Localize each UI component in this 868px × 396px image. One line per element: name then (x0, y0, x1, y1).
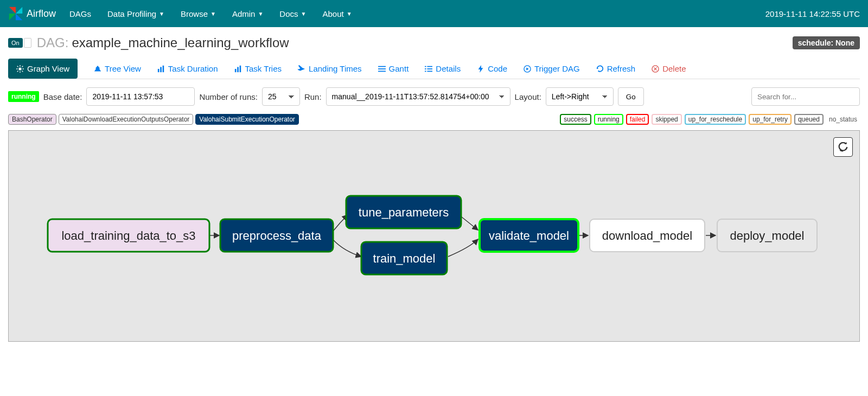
state-success[interactable]: success (560, 114, 591, 125)
svg-line-5 (17, 66, 18, 67)
plane-icon (298, 65, 305, 73)
delete-icon (652, 65, 659, 73)
caret-down-icon: ▼ (258, 11, 263, 17)
svg-rect-12 (234, 69, 236, 72)
svg-rect-18 (425, 66, 426, 67)
state-legend: success running failed skipped up_for_re… (560, 114, 860, 125)
nav-dags[interactable]: DAGs (69, 9, 91, 18)
dag-off-toggle[interactable] (24, 38, 31, 48)
tab-task-tries[interactable]: Task Tries (234, 59, 282, 79)
task-deploy-model[interactable]: deploy_model (717, 219, 817, 252)
state-running[interactable]: running (594, 114, 623, 125)
operator-legend: BashOperator ValohaiDownloadExecutionOut… (8, 114, 299, 125)
svg-rect-21 (427, 68, 433, 69)
svg-text:train_model: train_model (373, 252, 436, 265)
task-validate-model[interactable]: validate_model (480, 219, 578, 252)
tabs: Graph View Tree View Task Duration Task … (8, 59, 860, 79)
num-runs-select[interactable]: 25 (262, 87, 300, 106)
tab-refresh[interactable]: Refresh (596, 59, 636, 79)
caret-down-icon: ▼ (210, 11, 216, 17)
dag-label: DAG: (37, 35, 69, 50)
dag-graph: load_training_data_to_s3 preprocess_data… (9, 131, 844, 342)
tab-task-duration[interactable]: Task Duration (157, 59, 218, 79)
task-download-model[interactable]: download_model (590, 219, 705, 252)
title-row: On DAG: example_machine_learning_workflo… (8, 35, 860, 50)
layout-select[interactable]: Left->Right (546, 87, 614, 106)
svg-rect-22 (425, 71, 426, 72)
svg-rect-11 (162, 65, 164, 72)
state-skipped[interactable]: skipped (652, 114, 681, 125)
tab-delete[interactable]: Delete (652, 59, 686, 79)
caret-down-icon: ▼ (301, 11, 307, 17)
caret-down-icon: ▼ (347, 11, 352, 17)
dag-name: example_machine_learning_workflow (72, 35, 289, 50)
svg-point-0 (18, 67, 21, 70)
tab-details[interactable]: Details (425, 59, 461, 79)
task-preprocess-data[interactable]: preprocess_data (220, 219, 333, 252)
tab-graph-view[interactable]: Graph View (8, 59, 78, 79)
svg-rect-15 (378, 66, 386, 67)
run-select[interactable]: manual__2019-11-11T13:57:52.814754+00:00 (326, 87, 510, 106)
svg-text:download_model: download_model (602, 229, 692, 242)
task-train-model[interactable]: train_model (361, 242, 447, 274)
svg-text:tune_parameters: tune_parameters (359, 206, 449, 219)
tab-trigger-dag[interactable]: Trigger DAG (524, 59, 580, 79)
tab-tree-view[interactable]: Tree View (94, 59, 141, 79)
navbar: Airflow DAGs Data Profiling▼ Browse▼ Adm… (0, 0, 868, 27)
dag-on-toggle[interactable]: On (8, 38, 23, 48)
svg-line-7 (17, 71, 18, 72)
svg-text:validate_model: validate_model (489, 229, 569, 242)
state-up-for-retry[interactable]: up_for_retry (749, 114, 792, 125)
nav-admin[interactable]: Admin▼ (232, 9, 263, 18)
tab-landing-times[interactable]: Landing Times (298, 59, 362, 79)
nav-browse[interactable]: Browse▼ (181, 9, 216, 18)
svg-text:preprocess_data: preprocess_data (232, 229, 322, 242)
pinwheel-icon (8, 6, 23, 21)
brand-text: Airflow (27, 8, 56, 20)
nav-about[interactable]: About▼ (322, 9, 352, 18)
bar-chart-icon (234, 65, 242, 73)
base-date-input[interactable] (86, 87, 195, 106)
svg-line-6 (22, 71, 23, 72)
task-load-training-data[interactable]: load_training_data_to_s3 (48, 219, 209, 252)
svg-rect-20 (425, 68, 426, 69)
base-date-label: Base date: (43, 92, 82, 101)
svg-text:load_training_data_to_s3: load_training_data_to_s3 (61, 229, 195, 242)
nav-data-profiling[interactable]: Data Profiling▼ (107, 9, 164, 18)
legend-row: BashOperator ValohaiDownloadExecutionOut… (8, 114, 860, 125)
svg-text:deploy_model: deploy_model (730, 229, 805, 242)
tree-icon (94, 65, 101, 73)
sun-icon (16, 65, 24, 73)
list-icon (425, 65, 432, 73)
brand[interactable]: Airflow (8, 6, 56, 21)
svg-rect-14 (239, 65, 241, 72)
state-up-for-reschedule[interactable]: up_for_reschedule (685, 114, 746, 125)
controls: running Base date: Number of runs: 25 Ru… (8, 87, 860, 106)
caret-down-icon: ▼ (159, 11, 164, 17)
svg-rect-13 (237, 67, 239, 72)
schedule-badge: schedule: None (793, 36, 860, 49)
tab-gantt[interactable]: Gantt (378, 59, 409, 79)
svg-rect-10 (160, 67, 162, 72)
go-button[interactable]: Go (618, 87, 644, 106)
list-icon (378, 65, 386, 73)
state-failed[interactable]: failed (626, 114, 649, 125)
running-badge: running (8, 91, 39, 102)
num-runs-label: Number of runs: (199, 92, 258, 101)
refresh-icon (596, 65, 604, 73)
svg-line-8 (22, 66, 23, 67)
state-queued[interactable]: queued (794, 114, 824, 125)
op-download[interactable]: ValohaiDownloadExecutionOutputsOperator (59, 114, 194, 125)
graph-area[interactable]: load_training_data_to_s3 preprocess_data… (8, 130, 860, 342)
state-no-status[interactable]: no_status (826, 115, 860, 124)
task-tune-parameters[interactable]: tune_parameters (346, 196, 461, 228)
svg-rect-23 (427, 71, 433, 72)
op-bash[interactable]: BashOperator (8, 114, 56, 125)
play-circle-icon (524, 65, 531, 73)
tab-code[interactable]: Code (477, 59, 507, 79)
layout-label: Layout: (515, 92, 541, 101)
bolt-icon (477, 65, 484, 73)
search-input[interactable] (751, 87, 860, 106)
nav-docs[interactable]: Docs▼ (279, 9, 306, 18)
op-submit[interactable]: ValohaiSubmitExecutionOperator (195, 114, 299, 125)
